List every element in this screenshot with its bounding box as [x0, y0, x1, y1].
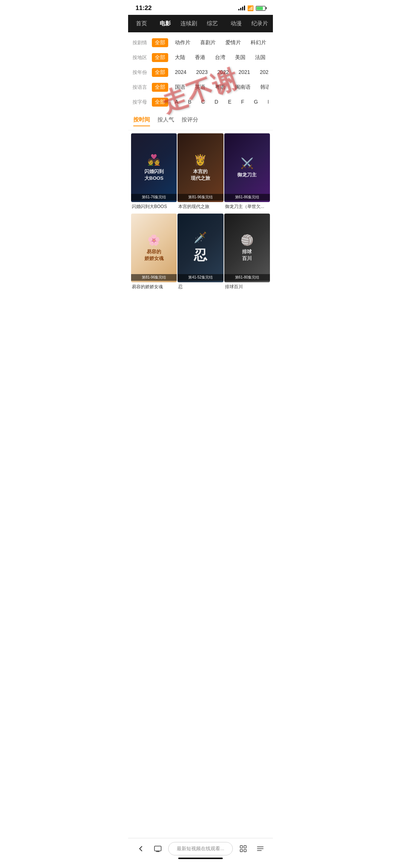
signal-icon	[238, 6, 245, 10]
filter-genre-all[interactable]: 全部	[152, 38, 168, 47]
wifi-icon: 📶	[247, 5, 254, 11]
sort-tabs: 按时间 按人气 按评分	[128, 113, 273, 130]
filter-region-all[interactable]: 全部	[152, 53, 168, 62]
filter-row-year: 按年份 全部 2024 2023 2022 2021 2020 2019	[133, 65, 268, 80]
filter-genre-action[interactable]: 动作片	[172, 38, 193, 47]
filter-label-language: 按语言	[133, 84, 148, 91]
filter-region-mainland[interactable]: 大陆	[172, 53, 188, 62]
filter-letter-h[interactable]: H	[265, 98, 268, 107]
content-thumbnail: 🌸 易容的娇娇女魂 第81-96集完结	[131, 214, 177, 282]
filter-genre-scifi[interactable]: 科幻片	[248, 38, 268, 47]
content-title: 易容的娇娇女魂	[131, 282, 177, 293]
nav-tab-documentary[interactable]: 纪录片	[248, 15, 271, 32]
filter-lang-minnan[interactable]: 闽南语	[232, 83, 254, 92]
episode-badge: 第81-96集完结	[131, 274, 177, 281]
filter-label-letter: 按字母	[133, 99, 148, 105]
content-title: 闪婚闪到大BOOS	[131, 202, 177, 213]
filter-letter-all[interactable]: 全部	[152, 98, 168, 107]
filter-genre-romance[interactable]: 爱情片	[222, 38, 244, 47]
status-icons: 📶	[238, 5, 265, 11]
list-item[interactable]: 🗡️ 忍 第41-52集完结 忍	[177, 214, 223, 293]
filter-label-region: 按地区	[133, 54, 148, 61]
content-title: 排球百川	[224, 282, 270, 293]
filter-lang-english[interactable]: 英语	[192, 83, 208, 92]
sort-tab-time[interactable]: 按时间	[133, 116, 150, 126]
filter-year-2021[interactable]: 2021	[235, 68, 253, 77]
episode-badge: 第61-86集完结	[224, 194, 270, 201]
filter-year-2023[interactable]: 2023	[193, 68, 211, 77]
filter-letter-a[interactable]: A	[172, 98, 181, 107]
status-bar: 11:22 📶	[128, 0, 273, 15]
content-grid: 💑 闪婚闪到大BOOS 第61-76集完结 闪婚闪到大BOOS 👸 本宫的现代之…	[128, 130, 273, 293]
filter-letter-d[interactable]: D	[212, 98, 221, 107]
filter-items-language: 全部 国语 英语 粤语 闽南语 韩语 日语	[152, 83, 268, 92]
nav-tab-variety[interactable]: 综艺	[200, 15, 224, 32]
filter-lang-mandarin[interactable]: 国语	[172, 83, 188, 92]
filter-year-all[interactable]: 全部	[152, 68, 168, 77]
filter-label-genre: 按剧情	[133, 39, 148, 46]
filter-region-us[interactable]: 美国	[232, 53, 248, 62]
filter-row-language: 按语言 全部 国语 英语 粤语 闽南语 韩语 日语	[133, 80, 268, 95]
poster-bg: 🌸 易容的娇娇女魂	[131, 214, 177, 282]
nav-tab-movie[interactable]: 电影	[153, 15, 177, 32]
filter-region-france[interactable]: 法国	[252, 53, 268, 62]
list-item[interactable]: 💑 闪婚闪到大BOOS 第61-76集完结 闪婚闪到大BOOS	[131, 133, 177, 213]
filter-row-genre: 按剧情 全部 动作片 喜剧片 爱情片 科幻片 恐怖片	[133, 35, 268, 50]
list-item[interactable]: 🏐 排球百川 第61-80集完结 排球百川	[224, 214, 270, 293]
filter-items-region: 全部 大陆 香港 台湾 美国 法国 英国 E	[152, 53, 268, 62]
sort-tab-rating[interactable]: 按评分	[182, 116, 198, 126]
filter-letter-c[interactable]: C	[198, 98, 208, 107]
content-thumbnail: 💑 闪婚闪到大BOOS 第61-76集完结	[131, 133, 177, 202]
filter-lang-korean[interactable]: 韩语	[257, 83, 268, 92]
filter-letter-b[interactable]: B	[185, 98, 194, 107]
content-thumbnail: ⚔️ 御龙刀主 第61-86集完结	[224, 133, 270, 202]
list-item[interactable]: 👸 本宫的现代之旅 第81-96集完结 本宫的现代之旅	[177, 133, 223, 213]
nav-tab-home[interactable]: 首页	[130, 15, 153, 32]
status-time: 11:22	[136, 4, 151, 12]
poster-bg: 👸 本宫的现代之旅	[177, 133, 223, 202]
filter-year-2022[interactable]: 2022	[214, 68, 232, 77]
content-thumbnail: 🏐 排球百川 第61-80集完结	[224, 214, 270, 282]
content-thumbnail: 👸 本宫的现代之旅 第81-96集完结	[177, 133, 223, 202]
filter-lang-all[interactable]: 全部	[152, 83, 168, 92]
sort-tab-popularity[interactable]: 按人气	[157, 116, 174, 126]
episode-badge: 第41-52集完结	[177, 274, 223, 281]
list-item[interactable]: ⚔️ 御龙刀主 第61-86集完结 御龙刀主（举世欠...	[224, 133, 270, 213]
filter-letter-f[interactable]: F	[238, 98, 247, 107]
filter-letter-g[interactable]: G	[251, 98, 261, 107]
filter-year-2020[interactable]: 2020	[257, 68, 268, 77]
content-title: 御龙刀主（举世欠...	[224, 202, 270, 213]
nav-tabs: 首页 电影 连续剧 综艺 动漫 纪录片	[128, 15, 273, 32]
nav-tab-series[interactable]: 连续剧	[177, 15, 200, 32]
filter-row-letter: 按字母 全部 A B C D E F G H I J	[133, 95, 268, 110]
episode-badge: 第81-96集完结	[177, 194, 223, 201]
filters: 按剧情 全部 动作片 喜剧片 爱情片 科幻片 恐怖片 按地区 全部 大陆 香港 …	[128, 32, 273, 113]
list-item[interactable]: 🌸 易容的娇娇女魂 第81-96集完结 易容的娇娇女魂	[131, 214, 177, 293]
filter-year-2024[interactable]: 2024	[172, 68, 189, 77]
poster-bg: 🏐 排球百川	[224, 214, 270, 282]
battery-icon	[256, 6, 265, 11]
poster-bg: 💑 闪婚闪到大BOOS	[131, 133, 177, 202]
filter-row-region: 按地区 全部 大陆 香港 台湾 美国 法国 英国 E	[133, 50, 268, 65]
filter-region-hk[interactable]: 香港	[192, 53, 208, 62]
filter-region-tw[interactable]: 台湾	[212, 53, 228, 62]
content-title: 本宫的现代之旅	[177, 202, 223, 213]
poster-bg: 🗡️ 忍	[177, 214, 223, 282]
filter-letter-e[interactable]: E	[225, 98, 234, 107]
filter-lang-cantonese[interactable]: 粤语	[212, 83, 228, 92]
filter-items-year: 全部 2024 2023 2022 2021 2020 2019	[152, 68, 268, 77]
nav-tab-anime[interactable]: 动漫	[224, 15, 248, 32]
poster-bg: ⚔️ 御龙刀主	[224, 133, 270, 202]
filter-label-year: 按年份	[133, 69, 148, 76]
filter-items-genre: 全部 动作片 喜剧片 爱情片 科幻片 恐怖片	[152, 38, 268, 47]
content-thumbnail: 🗡️ 忍 第41-52集完结	[177, 214, 223, 282]
episode-badge: 第61-76集完结	[131, 194, 177, 201]
content-title: 忍	[177, 282, 223, 293]
filter-genre-comedy[interactable]: 喜剧片	[197, 38, 219, 47]
episode-badge: 第61-80集完结	[224, 274, 270, 281]
filter-items-letter: 全部 A B C D E F G H I J	[152, 98, 268, 107]
